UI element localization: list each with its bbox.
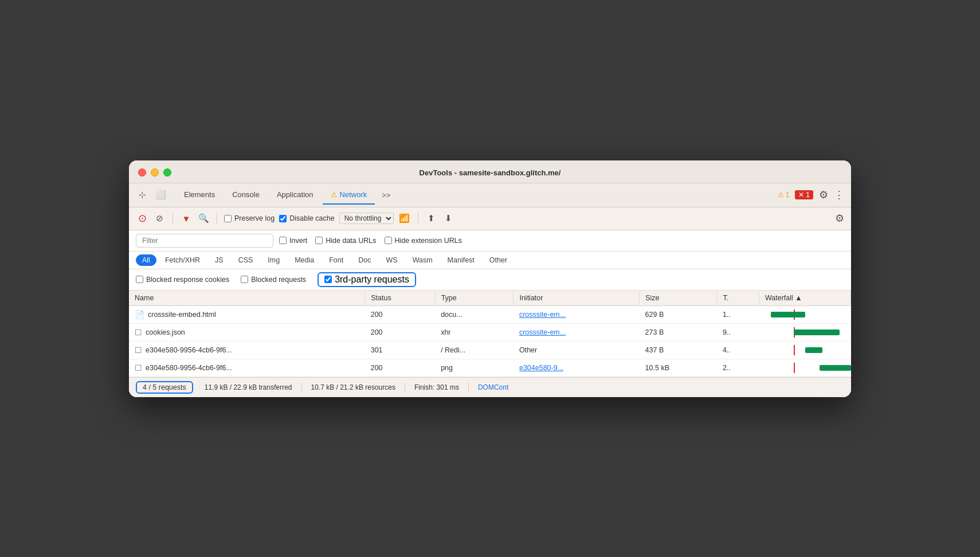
minimize-button[interactable] bbox=[151, 168, 159, 176]
type-btn-other[interactable]: Other bbox=[483, 254, 513, 266]
waterfall-bar bbox=[794, 330, 840, 335]
blocked-response-cookies-item: Blocked response cookies bbox=[136, 276, 229, 284]
col-initiator[interactable]: Initiator bbox=[513, 291, 640, 306]
type-btn-doc[interactable]: Doc bbox=[352, 254, 377, 266]
disable-cache-checkbox[interactable] bbox=[279, 215, 287, 222]
hide-data-urls-checkbox[interactable] bbox=[315, 237, 323, 244]
col-status[interactable]: Status bbox=[365, 291, 435, 306]
row-name-0: 📄crosssite-embed.html bbox=[129, 305, 365, 323]
import-icon[interactable]: ⬆ bbox=[425, 212, 438, 225]
toolbar-sep-2 bbox=[217, 213, 217, 224]
row-name-text: e304e580-9956-4cb6-9f6... bbox=[146, 364, 232, 372]
type-btn-fetch-xhr[interactable]: Fetch/XHR bbox=[159, 254, 206, 266]
tab-bar-icons: ⊹ ⬜ bbox=[136, 189, 167, 201]
col-type[interactable]: Type bbox=[435, 291, 513, 306]
table-row[interactable]: ☐e304e580-9956-4cb6-9f6...301/ Redi...Ot… bbox=[129, 341, 851, 359]
blocked-requests-label: Blocked requests bbox=[251, 276, 306, 284]
network-settings-icon[interactable]: ⚙ bbox=[835, 212, 844, 225]
tab-application[interactable]: Application bbox=[269, 186, 322, 205]
type-btn-font[interactable]: Font bbox=[323, 254, 350, 266]
invert-wrap: Invert bbox=[279, 237, 307, 245]
third-party-label: 3rd-party requests bbox=[335, 274, 409, 285]
waterfall-bar bbox=[771, 312, 805, 317]
throttle-select[interactable]: No throttling Fast 3G Slow 3G Offline bbox=[339, 213, 394, 224]
row-initiator[interactable]: crosssite-em... bbox=[513, 305, 640, 323]
type-btn-all[interactable]: All bbox=[136, 254, 156, 266]
type-filter-bar: All Fetch/XHR JS CSS Img Media Font Doc … bbox=[129, 252, 851, 269]
row-initiator: Other bbox=[513, 341, 640, 359]
tab-network-label: Network bbox=[340, 190, 367, 199]
hide-extension-urls-checkbox[interactable] bbox=[385, 237, 392, 244]
row-type: docu... bbox=[435, 305, 513, 323]
row-time: 4.. bbox=[717, 341, 759, 359]
cursor-icon[interactable]: ⊹ bbox=[136, 189, 148, 201]
row-status: 301 bbox=[365, 341, 435, 359]
responsive-icon[interactable]: ⬜ bbox=[154, 189, 167, 201]
waterfall-bar bbox=[820, 365, 851, 371]
tab-more[interactable]: >> bbox=[376, 186, 396, 204]
table-row[interactable]: 📄crosssite-embed.html200docu...crosssite… bbox=[129, 305, 851, 323]
tab-bar-right: ⚠ 1 ✕ 1 ⚙ ⋮ bbox=[778, 189, 844, 201]
row-time: 1.. bbox=[717, 305, 759, 323]
warning-icon: ⚠ bbox=[778, 191, 784, 199]
filter-icon[interactable]: ▼ bbox=[180, 212, 193, 225]
col-name[interactable]: Name bbox=[129, 291, 365, 306]
traffic-lights bbox=[138, 168, 171, 176]
tab-console[interactable]: Console bbox=[224, 186, 268, 205]
preserve-log-checkbox[interactable] bbox=[224, 215, 232, 222]
table-row[interactable]: ☐e304e580-9956-4cb6-9f6...200pnge304e580… bbox=[129, 359, 851, 376]
row-name-1: ☐cookies.json bbox=[129, 323, 365, 341]
tab-network[interactable]: ⚠ Network bbox=[323, 186, 375, 205]
close-button[interactable] bbox=[138, 168, 146, 176]
type-btn-ws[interactable]: WS bbox=[379, 254, 403, 266]
hide-data-urls-label: Hide data URLs bbox=[326, 237, 376, 245]
status-domcont[interactable]: DOMCont bbox=[478, 383, 508, 391]
row-type: png bbox=[435, 359, 513, 376]
status-resources: 10.7 kB / 21.2 kB resources bbox=[311, 383, 395, 391]
blocked-requests-item: Blocked requests bbox=[241, 276, 306, 284]
preserve-log-label: Preserve log bbox=[234, 214, 275, 222]
row-size: 437 B bbox=[640, 341, 717, 359]
row-waterfall bbox=[759, 323, 851, 341]
type-btn-wasm[interactable]: Wasm bbox=[406, 254, 439, 266]
row-status: 200 bbox=[365, 305, 435, 323]
row-initiator[interactable]: crosssite-em... bbox=[513, 323, 640, 341]
devtools-body: ⊹ ⬜ Elements Console Application ⚠ Netwo… bbox=[129, 183, 851, 397]
row-type: / Redi... bbox=[435, 341, 513, 359]
col-time[interactable]: T. bbox=[717, 291, 759, 306]
clear-icon[interactable]: ⊘ bbox=[153, 212, 166, 225]
export-icon[interactable]: ⬇ bbox=[442, 212, 455, 225]
hide-data-urls-wrap: Hide data URLs bbox=[315, 237, 376, 245]
warning-badge: ⚠ 1 bbox=[778, 191, 790, 199]
filter-input[interactable] bbox=[136, 234, 273, 248]
disable-cache-wrap: Disable cache bbox=[279, 214, 335, 222]
doc-icon: 📄 bbox=[135, 310, 144, 319]
status-finish: Finish: 301 ms bbox=[414, 383, 459, 391]
table-row[interactable]: ☐cookies.json200xhrcrosssite-em...273 B9… bbox=[129, 323, 851, 341]
title-bar: DevTools - samesite-sandbox.glitch.me/ bbox=[129, 160, 851, 183]
invert-checkbox[interactable] bbox=[279, 237, 287, 244]
third-party-checkbox[interactable] bbox=[324, 276, 332, 283]
maximize-button[interactable] bbox=[163, 168, 171, 176]
col-waterfall[interactable]: Waterfall ▲ bbox=[759, 291, 851, 306]
toolbar-sep-1 bbox=[173, 213, 173, 224]
table-header-row: Name Status Type Initiator Size T. Water… bbox=[129, 291, 851, 306]
type-btn-js[interactable]: JS bbox=[209, 254, 230, 266]
blocked-requests-checkbox[interactable] bbox=[241, 276, 248, 283]
tab-elements[interactable]: Elements bbox=[176, 186, 223, 205]
blocked-response-cookies-checkbox[interactable] bbox=[136, 276, 143, 283]
type-btn-css[interactable]: CSS bbox=[232, 254, 260, 266]
settings-icon[interactable]: ⚙ bbox=[819, 189, 828, 201]
wifi-icon[interactable]: 📶 bbox=[398, 212, 411, 225]
row-initiator[interactable]: e304e580-9... bbox=[513, 359, 640, 376]
stop-recording-icon[interactable]: ⊙ bbox=[136, 212, 148, 225]
waterfall-bar bbox=[805, 347, 822, 353]
disable-cache-label: Disable cache bbox=[289, 214, 335, 222]
type-btn-img[interactable]: Img bbox=[261, 254, 286, 266]
col-size[interactable]: Size bbox=[640, 291, 717, 306]
search-icon[interactable]: 🔍 bbox=[197, 212, 210, 225]
type-btn-media[interactable]: Media bbox=[288, 254, 320, 266]
network-warning-icon: ⚠ bbox=[331, 190, 338, 199]
more-options-icon[interactable]: ⋮ bbox=[834, 189, 844, 201]
type-btn-manifest[interactable]: Manifest bbox=[441, 254, 481, 266]
